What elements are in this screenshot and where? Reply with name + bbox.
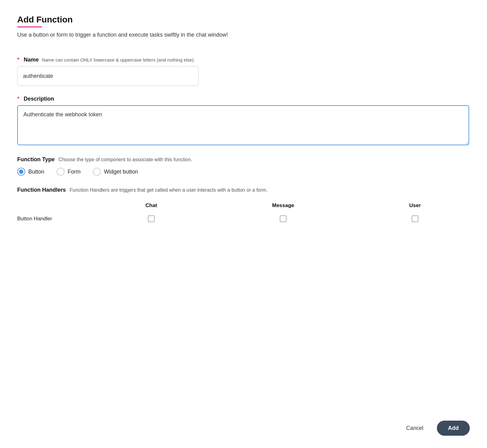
function-type-label: Function Type [17,156,55,162]
radio-widget-label: Widget button [104,169,138,175]
button-handler-chat-cell [97,212,205,226]
title-section: Add Function Use a button or form to tri… [17,15,470,48]
handlers-hint: Function Handlers are triggers that get … [69,187,267,193]
name-label-hint: Name can contain ONLY lowercase & upperc… [42,57,195,62]
footer-actions: Cancel Add [399,421,470,436]
chat-checkbox[interactable] [148,215,155,222]
radio-form-label: Form [68,169,81,175]
radio-button-circle [17,168,25,176]
description-field-section: * Description Authenticate the <span cla… [17,96,470,146]
handlers-col-message: Message [205,199,361,212]
description-required-star: * [17,96,19,102]
description-label-text: Description [24,96,54,102]
user-checkbox-wrapper [367,215,463,222]
cancel-button[interactable]: Cancel [399,421,431,435]
handlers-col-chat: Chat [97,199,205,212]
button-handler-message-cell [205,212,361,226]
message-checkbox-wrapper [212,215,355,222]
table-row: Button Handler [17,212,469,226]
function-type-hint: Choose the type of component to associat… [58,157,192,162]
radio-widget-option[interactable]: Widget button [93,168,138,176]
page-subtitle: Use a button or form to trigger a functi… [17,32,470,38]
title-underline [17,26,42,27]
function-type-section: Function Type Choose the type of compone… [17,156,470,176]
handlers-section: Function Handlers Function Handlers are … [17,187,470,226]
description-field-label: * Description [17,96,470,102]
name-required-star: * [17,57,19,63]
message-checkbox[interactable] [280,215,287,222]
radio-button-label: Button [28,169,44,175]
name-input[interactable] [17,66,199,86]
page-title: Add Function [17,15,470,25]
modal-container: Add Function Use a button or form to tri… [0,0,487,448]
name-label-text: Name [24,57,39,63]
function-type-radio-group: Button Form Widget button [17,168,470,176]
description-input[interactable]: Authenticate the <span class="webhook-un… [17,105,469,145]
user-checkbox[interactable] [412,215,418,222]
radio-widget-circle [93,168,101,176]
button-handler-user-cell [361,212,469,226]
radio-button-option[interactable]: Button [17,168,44,176]
add-button[interactable]: Add [437,421,470,436]
radio-form-option[interactable]: Form [57,168,81,176]
name-field-section: * Name Name can contain ONLY lowercase &… [17,57,470,86]
radio-form-circle [57,168,65,176]
handlers-table: Chat Message User Button Handler [17,199,469,226]
handlers-label: Function Handlers [17,187,66,193]
name-field-label: * Name Name can contain ONLY lowercase &… [17,57,470,63]
chat-checkbox-wrapper [103,215,199,222]
handlers-col-empty [17,199,97,212]
button-handler-label: Button Handler [17,212,97,226]
handlers-col-user: User [361,199,469,212]
